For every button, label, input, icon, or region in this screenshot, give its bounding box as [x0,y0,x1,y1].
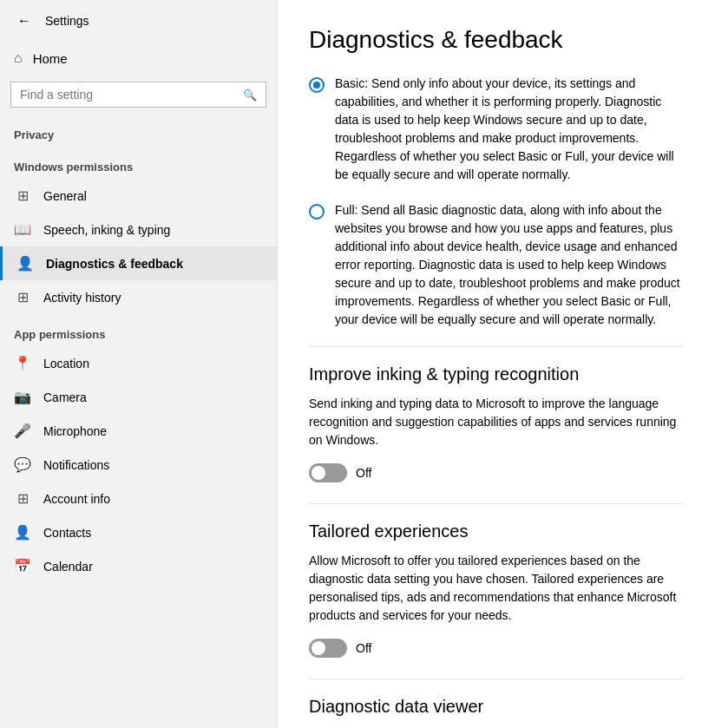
diagnostics-icon: 👤 [16,255,34,272]
home-icon: ⌂ [14,50,23,66]
app-title: Settings [45,14,89,28]
titlebar: ← Settings [0,0,277,42]
privacy-header: Privacy [0,115,277,147]
sidebar-item-notifications[interactable]: 💬 Notifications [0,448,277,482]
radio-basic-text: Basic: Send only info about your device,… [335,75,684,184]
sidebar-item-label: General [43,189,87,203]
toggle-inking-label: Off [356,466,371,480]
notifications-icon: 💬 [14,456,31,473]
sidebar-item-home[interactable]: ⌂ Home [0,42,277,75]
divider-3 [309,679,684,679]
sidebar-item-location[interactable]: 📍 Location [0,346,277,380]
microphone-icon: 🎤 [14,423,31,439]
inking-section-title: Improve inking & typing recognition [309,364,684,384]
general-icon: ⊞ [14,187,31,204]
camera-icon: 📷 [14,389,31,405]
app-permissions-header: App permissions [0,314,277,346]
toggle-inking[interactable] [309,463,347,482]
activity-icon: ⊞ [14,289,31,305]
calendar-icon: 📅 [14,558,31,574]
page-title: Diagnostics & feedback [309,26,684,54]
sidebar-item-label: Activity history [43,291,121,305]
sidebar-item-label: Diagnostics & feedback [46,257,183,271]
toggle-tailored-row: Off [309,639,684,658]
radio-full-text: Full: Send all Basic diagnostic data, al… [335,201,684,329]
radio-basic-button[interactable] [309,77,325,93]
toggle-tailored[interactable] [309,639,347,658]
toggle-tailored-label: Off [356,641,371,655]
back-button[interactable]: ← [14,10,35,32]
sidebar-item-account[interactable]: ⊞ Account info [0,482,277,515]
home-label: Home [33,51,68,66]
sidebar-item-label: Contacts [43,526,91,540]
toggle-inking-row: Off [309,463,684,482]
sidebar-item-microphone[interactable]: 🎤 Microphone [0,414,277,448]
sidebar-item-general[interactable]: ⊞ General [0,179,277,213]
sidebar-item-activity[interactable]: ⊞ Activity history [0,280,277,314]
account-icon: ⊞ [14,490,31,507]
sidebar-item-calendar[interactable]: 📅 Calendar [0,549,277,583]
radio-basic-item: Basic: Send only info about your device,… [309,75,684,184]
sidebar-item-speech[interactable]: 📖 Speech, inking & typing [0,213,277,246]
sidebar-item-label: Speech, inking & typing [43,223,170,237]
sidebar-item-diagnostics[interactable]: 👤 Diagnostics & feedback [0,246,277,280]
tailored-section-title: Tailored experiences [309,521,684,541]
divider-2 [309,503,684,504]
radio-full-item: Full: Send all Basic diagnostic data, al… [309,201,684,329]
search-icon: 🔍 [243,89,257,102]
sidebar-item-camera[interactable]: 📷 Camera [0,380,277,414]
tailored-section-desc: Allow Microsoft to offer you tailored ex… [309,552,684,625]
sidebar: ← Settings ⌂ Home 🔍 Privacy Windows perm… [0,0,278,728]
divider-1 [309,346,684,347]
viewer-section-title: Diagnostic data viewer [309,697,684,717]
sidebar-item-contacts[interactable]: 👤 Contacts [0,515,277,549]
contacts-icon: 👤 [14,524,31,541]
sidebar-item-label: Microphone [43,424,107,438]
search-box: 🔍 [10,82,266,108]
location-icon: 📍 [14,355,31,371]
sidebar-item-label: Camera [43,390,87,404]
search-container: 🔍 [0,75,277,115]
main-content: Diagnostics & feedback Basic: Send only … [278,0,715,728]
sidebar-item-label: Location [43,357,89,371]
radio-full-button[interactable] [309,204,325,220]
sidebar-item-label: Calendar [43,560,93,574]
inking-section-desc: Send inking and typing data to Microsoft… [309,395,684,449]
speech-icon: 📖 [14,221,31,238]
windows-permissions-header: Windows permissions [0,147,277,179]
sidebar-item-label: Account info [43,492,110,506]
search-input[interactable] [20,88,236,102]
sidebar-item-label: Notifications [43,458,109,472]
